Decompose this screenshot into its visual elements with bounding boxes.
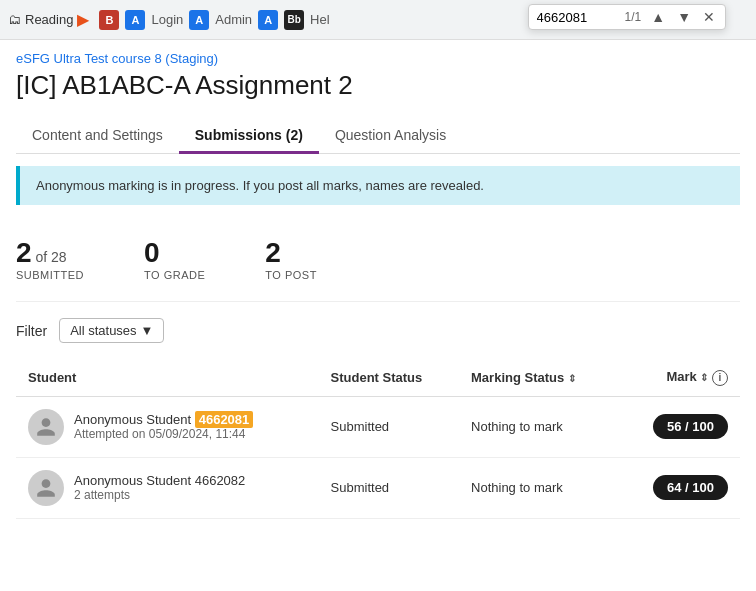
- info-banner: Anonymous marking is in progress. If you…: [16, 166, 740, 205]
- marking-sort-icon: ⇕: [568, 373, 576, 384]
- th-status: Student Status: [319, 359, 459, 396]
- th-marking[interactable]: Marking Status ⇕: [459, 359, 632, 396]
- stat-to-post: 2 TO POST: [265, 237, 317, 281]
- stat-to-grade: 0 TO GRADE: [144, 237, 205, 281]
- arrow-icon: ▶: [77, 10, 89, 29]
- stat-to-post-label: TO POST: [265, 269, 317, 281]
- filter-value: All statuses: [70, 323, 136, 338]
- mark-badge-1: 56 / 100: [653, 414, 728, 439]
- avatar-1: [28, 409, 64, 445]
- student-name-2: Anonymous Student 4662082: [74, 473, 245, 488]
- td-marking-1: Nothing to mark: [459, 396, 632, 457]
- find-count: 1/1: [625, 10, 642, 24]
- highlight-id-1: 4662081: [195, 411, 254, 428]
- student-info-1: Anonymous Student 4662081 Attempted on 0…: [74, 412, 253, 441]
- page-title: [IC] AB1ABC-A Assignment 2: [16, 70, 740, 101]
- stat-to-post-number: 2: [265, 237, 317, 269]
- stat-submitted-number: 2 of 28: [16, 237, 84, 269]
- tab-question-analysis[interactable]: Question Analysis: [319, 117, 462, 153]
- nav-label-hel[interactable]: Hel: [310, 12, 330, 27]
- tab-submissions[interactable]: Submissions (2): [179, 117, 319, 153]
- td-mark-2: 64 / 100: [632, 457, 740, 518]
- td-status-2: Submitted: [319, 457, 459, 518]
- student-name-1: Anonymous Student 4662081: [74, 412, 253, 427]
- th-mark[interactable]: Mark ⇕ i: [632, 359, 740, 396]
- student-sub-2: 2 attempts: [74, 488, 245, 502]
- stat-submitted: 2 of 28 SUBMITTED: [16, 237, 84, 281]
- find-input[interactable]: [537, 10, 617, 25]
- td-status-1: Submitted: [319, 396, 459, 457]
- tab-content-settings[interactable]: Content and Settings: [16, 117, 179, 153]
- filter-select[interactable]: All statuses ▼: [59, 318, 164, 343]
- nav-label-login[interactable]: Login: [151, 12, 183, 27]
- find-bar: 1/1 ▲ ▼ ✕: [528, 4, 726, 30]
- find-next-button[interactable]: ▼: [675, 9, 693, 25]
- tabs-bar: Content and Settings Submissions (2) Que…: [16, 117, 740, 154]
- nav-icon-login[interactable]: A: [125, 10, 145, 30]
- table-row[interactable]: Anonymous Student 4662082 2 attempts Sub…: [16, 457, 740, 518]
- breadcrumb-link[interactable]: eSFG Ultra Test course 8 (Staging): [16, 51, 218, 66]
- stats-row: 2 of 28 SUBMITTED 0 TO GRADE 2 TO POST: [16, 217, 740, 302]
- nav-icon-bb[interactable]: Bb: [284, 10, 304, 30]
- filter-chevron-icon: ▼: [141, 323, 154, 338]
- find-close-button[interactable]: ✕: [701, 9, 717, 25]
- stat-submitted-label: SUBMITTED: [16, 269, 84, 281]
- filter-row: Filter All statuses ▼: [16, 318, 740, 343]
- browser-bar: 🗂 Reading ▶ B A Login A Admin A Bb Hel 1…: [0, 0, 756, 40]
- mark-info-icon[interactable]: i: [712, 370, 728, 386]
- folder-icon: 🗂: [8, 12, 21, 27]
- person-icon-2: [35, 477, 57, 499]
- nav-label-admin[interactable]: Admin: [215, 12, 252, 27]
- td-student-1: Anonymous Student 4662081 Attempted on 0…: [16, 396, 319, 457]
- table-row[interactable]: Anonymous Student 4662081 Attempted on 0…: [16, 396, 740, 457]
- td-student-2: Anonymous Student 4662082 2 attempts: [16, 457, 319, 518]
- td-marking-2: Nothing to mark: [459, 457, 632, 518]
- nav-icon-admin[interactable]: A: [189, 10, 209, 30]
- browser-tab[interactable]: 🗂 Reading ▶: [8, 10, 89, 29]
- td-mark-1: 56 / 100: [632, 396, 740, 457]
- filter-label: Filter: [16, 323, 47, 339]
- table-header-row: Student Student Status Marking Status ⇕ …: [16, 359, 740, 396]
- person-icon-1: [35, 416, 57, 438]
- student-info-2: Anonymous Student 4662082 2 attempts: [74, 473, 245, 502]
- student-sub-1: Attempted on 05/09/2024, 11:44: [74, 427, 253, 441]
- tab-label: Reading: [25, 12, 73, 27]
- avatar-2: [28, 470, 64, 506]
- student-cell-1: Anonymous Student 4662081 Attempted on 0…: [28, 409, 307, 445]
- main-content: eSFG Ultra Test course 8 (Staging) [IC] …: [0, 40, 756, 529]
- th-student: Student: [16, 359, 319, 396]
- nav-icon-logo[interactable]: B: [99, 10, 119, 30]
- nav-icon-extra[interactable]: A: [258, 10, 278, 30]
- stat-to-grade-number: 0: [144, 237, 205, 269]
- mark-sort-icon: ⇕: [700, 372, 708, 383]
- submissions-table: Student Student Status Marking Status ⇕ …: [16, 359, 740, 519]
- stat-to-grade-label: TO GRADE: [144, 269, 205, 281]
- mark-badge-2: 64 / 100: [653, 475, 728, 500]
- find-prev-button[interactable]: ▲: [649, 9, 667, 25]
- student-cell-2: Anonymous Student 4662082 2 attempts: [28, 470, 307, 506]
